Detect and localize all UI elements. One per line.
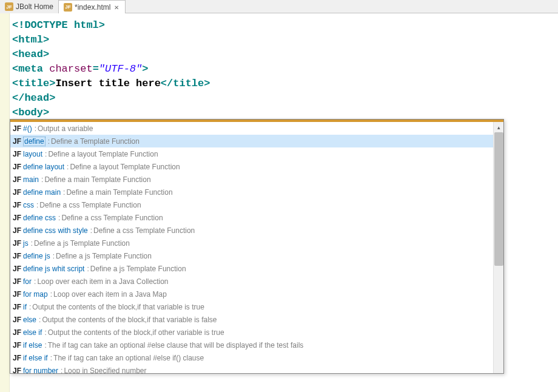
- autocomplete-item[interactable]: JFfor number : Loop in Specified number: [10, 364, 503, 373]
- autocomplete-separator: :: [44, 328, 46, 337]
- jf-prefix-icon: JF: [13, 265, 21, 273]
- scrollbar[interactable]: ▴: [493, 122, 503, 373]
- jf-prefix-icon: JF: [13, 341, 21, 350]
- autocomplete-separator: :: [87, 265, 89, 273]
- autocomplete-separator: :: [44, 341, 46, 350]
- autocomplete-key: else: [23, 316, 36, 324]
- autocomplete-item[interactable]: JFdefine layout : Define a layout Templa…: [10, 160, 503, 173]
- tab-index-html[interactable]: JF *index.html ✕: [59, 0, 126, 13]
- close-icon[interactable]: ✕: [114, 4, 120, 10]
- autocomplete-description: Output the contents of the block,if that…: [32, 303, 204, 311]
- jf-prefix-icon: JF: [13, 252, 21, 260]
- autocomplete-item[interactable]: JFdefine main : Define a main Template F…: [10, 186, 503, 198]
- code-token: =: [93, 63, 99, 75]
- jf-prefix-icon: JF: [13, 137, 21, 146]
- autocomplete-description: Define a css Template Function: [61, 214, 163, 222]
- autocomplete-item[interactable]: JFmain : Define a main Template Function: [10, 173, 503, 186]
- autocomplete-description: The if tag can take an optional #else if…: [53, 354, 204, 362]
- tab-jbolt-home[interactable]: JF JBolt Home: [0, 0, 59, 13]
- autocomplete-key: define js whit script: [23, 265, 84, 273]
- tab-bar: JF JBolt Home JF *index.html ✕: [0, 0, 558, 13]
- jf-prefix-icon: JF: [13, 354, 21, 362]
- autocomplete-item[interactable]: JFdefine css : Define a css Template Fun…: [10, 211, 503, 224]
- jf-prefix-icon: JF: [13, 367, 21, 374]
- autocomplete-separator: :: [29, 303, 31, 311]
- autocomplete-description: Loop in Specified number: [64, 367, 146, 374]
- jf-prefix-icon: JF: [13, 239, 21, 248]
- code-token: >: [142, 63, 148, 75]
- autocomplete-item[interactable]: JFif else : The if tag can take an optio…: [10, 339, 503, 351]
- autocomplete-description: Define a js Template Function: [56, 252, 152, 260]
- autocomplete-separator: :: [58, 214, 60, 222]
- jf-prefix-icon: JF: [13, 150, 21, 158]
- autocomplete-key: #(): [23, 124, 32, 133]
- autocomplete-description: Define a js Template Function: [90, 265, 186, 273]
- autocomplete-item[interactable]: JFlayout : Define a layout Template Func…: [10, 147, 503, 160]
- code-token: Insert title here: [55, 78, 160, 89]
- autocomplete-list[interactable]: JF#() : Output a variableJFdefine : Defi…: [10, 122, 503, 373]
- autocomplete-description: Define a css Template Function: [93, 226, 195, 235]
- jf-prefix-icon: JF: [13, 188, 21, 197]
- autocomplete-item[interactable]: JFdefine js : Define a js Template Funct…: [10, 249, 503, 262]
- autocomplete-item[interactable]: JFdefine css with style : Define a css T…: [10, 224, 503, 237]
- code-token: <meta: [12, 63, 49, 75]
- autocomplete-item[interactable]: JFfor map : Loop over each item in a Jav…: [10, 288, 503, 300]
- code-token: </head>: [12, 92, 55, 104]
- code-token: charset: [49, 63, 92, 75]
- autocomplete-description: Define a main Template Function: [44, 175, 150, 184]
- jf-prefix-icon: JF: [13, 303, 21, 311]
- autocomplete-description: Define a layout Template Function: [48, 150, 158, 158]
- autocomplete-description: Output the contents of the block,if othe…: [48, 328, 224, 337]
- autocomplete-key: for number: [23, 367, 58, 374]
- code-token: <body>: [12, 107, 49, 118]
- autocomplete-item[interactable]: JFfor : Loop over each item in a Java Co…: [10, 275, 503, 288]
- autocomplete-key: layout: [23, 150, 42, 158]
- autocomplete-item[interactable]: JFelse : Output the contents of the bloc…: [10, 313, 503, 326]
- autocomplete-key: if: [23, 303, 27, 311]
- jf-prefix-icon: JF: [13, 277, 21, 286]
- autocomplete-key: define css with style: [23, 226, 88, 235]
- code-token: "UTF-8": [99, 63, 142, 75]
- autocomplete-description: Define a js Template Function: [34, 239, 130, 248]
- code-token: <html>: [12, 34, 49, 46]
- autocomplete-separator: :: [41, 175, 43, 184]
- jf-icon: JF: [64, 3, 72, 12]
- scroll-up-icon[interactable]: ▴: [494, 122, 503, 132]
- autocomplete-description: Define a Template Function: [51, 137, 140, 146]
- jf-prefix-icon: JF: [13, 163, 21, 171]
- autocomplete-separator: :: [67, 163, 69, 171]
- autocomplete-item[interactable]: JFcss : Define a css Template Function: [10, 198, 503, 211]
- autocomplete-separator: :: [45, 150, 47, 158]
- autocomplete-item[interactable]: JFdefine : Define a Template Function: [10, 135, 503, 147]
- autocomplete-item[interactable]: JFdefine js whit script : Define a js Te…: [10, 262, 503, 275]
- code-token: <title>: [12, 78, 55, 89]
- autocomplete-item[interactable]: JFelse if : Output the contents of the b…: [10, 326, 503, 339]
- autocomplete-popup: JF#() : Output a variableJFdefine : Defi…: [10, 119, 504, 374]
- autocomplete-key: define js: [23, 252, 50, 260]
- autocomplete-item[interactable]: JF#() : Output a variable: [10, 122, 503, 135]
- autocomplete-item[interactable]: JFjs : Define a js Template Function: [10, 237, 503, 249]
- code-token: <head>: [12, 49, 49, 60]
- autocomplete-key: define: [23, 137, 45, 146]
- scroll-thumb[interactable]: [494, 132, 503, 266]
- jf-prefix-icon: JF: [13, 328, 21, 337]
- autocomplete-separator: :: [50, 354, 52, 362]
- autocomplete-separator: :: [31, 239, 33, 248]
- tab-label: JBolt Home: [16, 2, 53, 11]
- autocomplete-description: Define a css Template Function: [39, 201, 141, 209]
- autocomplete-key: main: [23, 175, 39, 184]
- autocomplete-key: define css: [23, 214, 56, 222]
- autocomplete-separator: :: [34, 277, 36, 286]
- autocomplete-key: for: [23, 277, 32, 286]
- autocomplete-item[interactable]: JFif else if : The if tag can take an op…: [10, 351, 503, 364]
- tab-label: *index.html: [75, 3, 110, 12]
- autocomplete-separator: :: [90, 226, 92, 235]
- autocomplete-item[interactable]: JFif : Output the contents of the block,…: [10, 300, 503, 313]
- autocomplete-separator: :: [63, 188, 65, 197]
- autocomplete-key: js: [23, 239, 29, 248]
- autocomplete-separator: :: [53, 252, 55, 260]
- jf-prefix-icon: JF: [13, 316, 21, 324]
- jf-prefix-icon: JF: [13, 124, 21, 133]
- autocomplete-separator: :: [48, 137, 50, 146]
- autocomplete-key: define main: [23, 188, 61, 197]
